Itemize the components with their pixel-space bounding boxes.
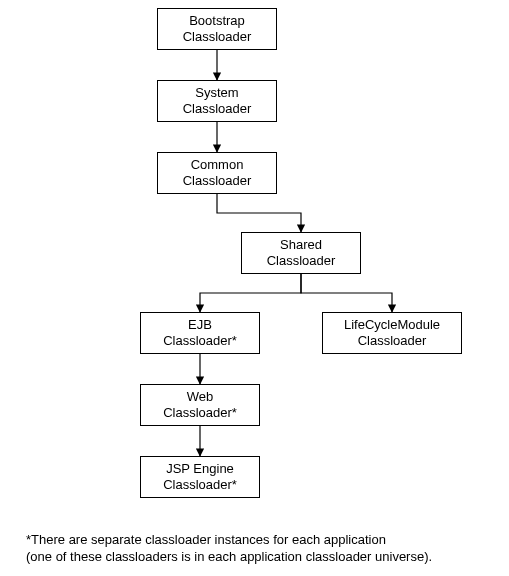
node-shared: Shared Classloader <box>241 232 361 274</box>
node-label-l2: Classloader <box>183 173 252 189</box>
node-common: Common Classloader <box>157 152 277 194</box>
node-label-l1: JSP Engine <box>166 461 234 477</box>
node-bootstrap: Bootstrap Classloader <box>157 8 277 50</box>
footnote: *There are separate classloader instance… <box>26 532 486 566</box>
node-label-l2: Classloader* <box>163 477 237 493</box>
node-label-l1: Common <box>191 157 244 173</box>
node-label-l2: Classloader <box>358 333 427 349</box>
footnote-line1: *There are separate classloader instance… <box>26 532 486 549</box>
node-label-l1: EJB <box>188 317 212 333</box>
node-label-l1: Web <box>187 389 214 405</box>
node-label-l2: Classloader* <box>163 405 237 421</box>
node-label-l1: LifeCycleModule <box>344 317 440 333</box>
node-lifecycle: LifeCycleModule Classloader <box>322 312 462 354</box>
node-system: System Classloader <box>157 80 277 122</box>
node-label-l2: Classloader <box>267 253 336 269</box>
node-label-l2: Classloader <box>183 29 252 45</box>
node-ejb: EJB Classloader* <box>140 312 260 354</box>
node-web: Web Classloader* <box>140 384 260 426</box>
node-label-l1: System <box>195 85 238 101</box>
node-label-l2: Classloader* <box>163 333 237 349</box>
node-label-l2: Classloader <box>183 101 252 117</box>
node-label-l1: Shared <box>280 237 322 253</box>
node-label-l1: Bootstrap <box>189 13 245 29</box>
footnote-line2: (one of these classloaders is in each ap… <box>26 549 486 566</box>
node-jsp: JSP Engine Classloader* <box>140 456 260 498</box>
